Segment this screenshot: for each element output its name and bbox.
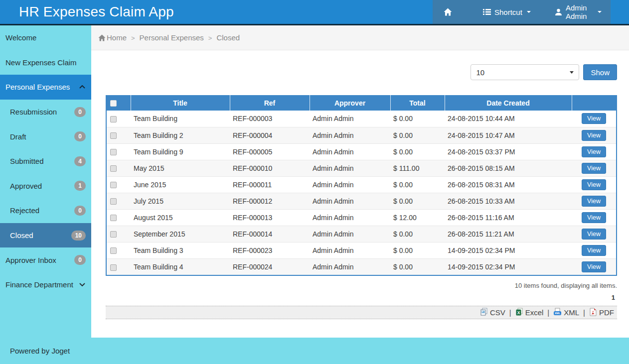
sidebar-item-approver-inbox[interactable]: Approver Inbox0 (0, 247, 91, 272)
sidebar-item-submitted[interactable]: Submitted4 (0, 149, 91, 174)
table-row: Team BuildingREF-000003Admin Admin$ 0.00… (107, 111, 616, 127)
table-header-row: TitleRefApproverTotalDate Created (107, 95, 616, 111)
cell-approver: Admin Admin (310, 258, 390, 275)
cell-approver: Admin Admin (310, 193, 390, 209)
export-pdf-link[interactable]: PDF (589, 308, 614, 318)
xml-icon: XML (553, 308, 562, 318)
cell-ref: REF-000023 (230, 242, 310, 258)
row-checkbox[interactable] (110, 264, 117, 271)
row-checkbox[interactable] (110, 198, 117, 205)
cell-ref: REF-000005 (230, 143, 310, 160)
export-csv-link[interactable]: CSV (480, 308, 505, 318)
cell-total: $ 0.00 (390, 176, 445, 193)
breadcrumb-item-closed: Closed (216, 33, 240, 42)
cell-date: 26-08-2015 08:31 AM (445, 176, 572, 193)
sidebar-item-label: Welcome (5, 33, 91, 42)
breadcrumb-separator: > (208, 34, 212, 42)
cell-date: 24-08-2015 10:47 AM (445, 127, 572, 143)
table-row: May 2015REF-000010Admin Admin$ 111.0026-… (107, 160, 616, 176)
cell-date: 26-08-2015 11:16 AM (445, 209, 572, 226)
cell-date: 26-08-2015 11:21 AM (445, 226, 572, 242)
view-button[interactable]: View (582, 229, 606, 240)
breadcrumb-item-personal-expenses[interactable]: Personal Expenses (140, 33, 204, 42)
count-badge: 0 (74, 107, 86, 117)
view-button[interactable]: View (582, 261, 606, 272)
cell-total: $ 0.00 (390, 226, 445, 242)
cell-total: $ 0.00 (390, 242, 445, 258)
sidebar-item-draft[interactable]: Draft0 (0, 124, 91, 149)
cell-approver: Admin Admin (310, 160, 390, 176)
column-header-total[interactable]: Total (390, 95, 445, 111)
row-checkbox[interactable] (110, 165, 117, 172)
pdf-icon (589, 308, 597, 318)
table-row: June 2015REF-000011Admin Admin$ 0.0026-0… (107, 176, 616, 193)
chevron-up-icon (79, 85, 85, 89)
page-size-select[interactable]: 10 (471, 64, 579, 80)
show-button[interactable]: Show (583, 64, 617, 80)
nav-home-button[interactable] (433, 0, 463, 24)
row-checkbox[interactable] (110, 247, 117, 254)
nav-user-menu[interactable]: Admin Admin (546, 0, 611, 24)
table-row: July 2015REF-000012Admin Admin$ 0.0026-0… (107, 193, 616, 209)
view-button[interactable]: View (582, 130, 606, 141)
cell-approver: Admin Admin (310, 111, 390, 127)
page-number: 1 (106, 294, 617, 301)
sidebar-item-approved[interactable]: Approved1 (0, 174, 91, 199)
user-icon (555, 8, 562, 16)
select-all-checkbox[interactable] (110, 100, 117, 107)
nav-shortcut-menu[interactable]: Shortcut (471, 0, 543, 24)
column-header-title[interactable]: Title (131, 95, 230, 111)
nav-user-label: Admin Admin (566, 3, 593, 20)
sidebar-item-personal-expenses[interactable]: Personal Expenses (0, 75, 91, 100)
sidebar-item-finance-department[interactable]: Finance Department (0, 272, 91, 297)
view-button[interactable]: View (582, 245, 606, 256)
list-icon (483, 8, 491, 15)
col-check (107, 160, 131, 176)
column-header-date-created[interactable]: Date Created (445, 95, 572, 111)
count-badge: 1 (74, 181, 86, 191)
column-header-ref[interactable]: Ref (230, 95, 310, 111)
cell-ref: REF-000010 (230, 160, 310, 176)
view-button[interactable]: View (582, 146, 606, 157)
table-row: Team Building 3REF-000023Admin Admin$ 0.… (107, 242, 616, 258)
col-check (107, 193, 131, 209)
sidebar-item-label: New Expenses Claim (5, 58, 91, 67)
top-nav: Shortcut Admin Admin (433, 0, 611, 24)
row-checkbox[interactable] (110, 215, 117, 221)
sidebar-item-resubmission[interactable]: Resubmission0 (0, 100, 91, 124)
count-badge: 4 (74, 156, 86, 166)
table-row: Team Building 4REF-000024Admin Admin$ 0.… (107, 258, 616, 275)
export-xml-link[interactable]: XML XML (553, 308, 579, 318)
col-check (107, 258, 131, 275)
row-checkbox[interactable] (110, 231, 117, 238)
sidebar-item-rejected[interactable]: Rejected0 (0, 198, 91, 223)
count-badge: 0 (74, 131, 86, 141)
view-button[interactable]: View (582, 113, 606, 124)
sidebar-item-label: Draft (10, 132, 74, 141)
column-header-approver[interactable]: Approver (310, 95, 390, 111)
sidebar-item-closed[interactable]: Closed10 (0, 223, 91, 248)
separator: | (509, 308, 511, 317)
cell-title: Team Building 2 (131, 127, 230, 143)
column-header-actions (572, 95, 616, 111)
export-excel-link[interactable]: X Excel (515, 308, 544, 318)
col-check (107, 143, 131, 160)
svg-text:XML: XML (555, 312, 561, 315)
row-checkbox[interactable] (110, 149, 117, 155)
view-button[interactable]: View (582, 212, 606, 223)
cell-total: $ 0.00 (390, 111, 445, 127)
row-checkbox[interactable] (110, 132, 117, 139)
table-row: Team Building 9REF-000005Admin Admin$ 0.… (107, 143, 616, 160)
sidebar-item-welcome[interactable]: Welcome (0, 25, 91, 50)
row-checkbox[interactable] (110, 182, 117, 188)
sidebar-item-new-expenses-claim[interactable]: New Expenses Claim (0, 50, 91, 75)
view-button[interactable]: View (582, 179, 606, 190)
cell-ref: REF-000013 (230, 209, 310, 226)
breadcrumb-item-home[interactable]: Home (107, 33, 127, 42)
top-header-bar: HR Expenses Claim App Shortcut (0, 0, 629, 25)
view-button[interactable]: View (582, 163, 606, 174)
view-button[interactable]: View (582, 196, 606, 207)
caret-down-icon (570, 71, 574, 74)
row-checkbox[interactable] (110, 116, 117, 122)
chevron-down-icon (79, 283, 85, 286)
